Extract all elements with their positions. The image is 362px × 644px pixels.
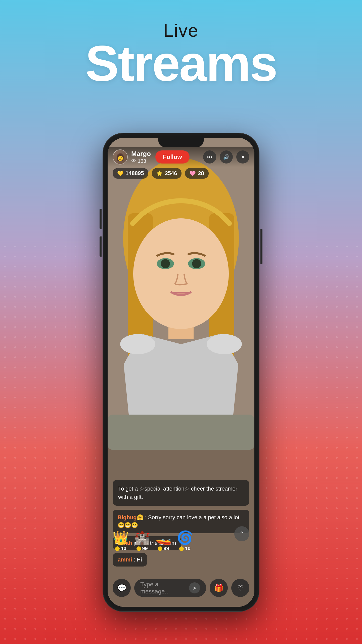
gift-item-1[interactable]: 👑 10	[113, 531, 129, 551]
message-input-area[interactable]: Type a message... ➤	[134, 579, 206, 597]
send-icon: ➤	[193, 585, 197, 591]
gifts-row: 👑 10 🏰 99 🚤	[108, 526, 254, 551]
chat-message-2: ammi : Hi	[113, 553, 147, 567]
gift-price-1: 10	[115, 546, 126, 551]
gift-rocket-icon: 🚤	[155, 531, 172, 544]
message-placeholder: Type a message...	[140, 581, 186, 595]
gift-item-2[interactable]: 🏰 99	[134, 531, 150, 551]
gift-item-3[interactable]: 🚤 99	[155, 531, 172, 551]
chevron-up-icon: ⌃	[239, 530, 244, 537]
streamer-info: Margo 👁 163	[131, 150, 151, 164]
gift-price-value-4: 10	[185, 546, 190, 551]
svg-point-7	[133, 218, 229, 329]
gift-icon: 🎁	[214, 584, 223, 592]
bottom-bar: 💬 Type a message... ➤ 🎁 ♡	[113, 577, 249, 599]
phone-screen: 👩 Margo 👁 163 Follow ••• 🔊	[108, 138, 254, 607]
sound-button[interactable]: 🔊	[220, 150, 233, 164]
close-button[interactable]: ✕	[236, 150, 249, 164]
more-options-button[interactable]: •••	[203, 150, 216, 164]
viewer-count-row: 👁 163	[131, 158, 151, 164]
gift-price-4: 10	[179, 546, 190, 551]
coin-2	[137, 546, 141, 551]
close-icon: ✕	[241, 154, 245, 160]
gift-item-4[interactable]: 🌀 10	[177, 531, 193, 551]
heart-button[interactable]: ♡	[231, 579, 249, 597]
coin-icon: 💛	[117, 170, 123, 176]
gift-price-value-3: 99	[163, 546, 169, 551]
heart-icon: ♡	[237, 584, 244, 592]
streams-label: Streams	[0, 38, 362, 89]
send-button[interactable]: ➤	[189, 582, 200, 593]
gift-sparkle-icon: 🌀	[177, 531, 193, 544]
stat-coins-value: 148895	[125, 170, 144, 177]
svg-point-11	[192, 259, 201, 268]
phone-notch	[158, 138, 204, 147]
avatar-emoji: 👩	[116, 153, 125, 161]
svg-point-13	[207, 334, 242, 354]
sound-icon: 🔊	[223, 154, 230, 160]
stats-bar: 💛 148895 ⭐ 2546 🩷 28	[113, 168, 209, 179]
chat-area: To get a ☆special attention☆ cheer the s…	[108, 480, 254, 567]
gift-price-3: 99	[158, 546, 169, 551]
chat-icon-button[interactable]: 💬	[113, 579, 131, 597]
svg-point-10	[161, 259, 170, 268]
follow-button[interactable]: Follow	[155, 150, 190, 164]
streamer-name: Margo	[131, 150, 151, 158]
header-area: Live Streams	[0, 20, 362, 89]
gift-crown-icon: 👑	[113, 531, 129, 544]
scroll-up-button[interactable]: ⌃	[234, 526, 249, 541]
attention-message: To get a ☆special attention☆ cheer the s…	[113, 480, 249, 506]
gift-price-value-1: 10	[121, 546, 126, 551]
heart-stat-icon: 🩷	[190, 170, 196, 176]
chat-username-1: Bighug🤗	[118, 514, 144, 520]
viewer-number: 163	[138, 158, 146, 164]
attention-text: To get a ☆special attention☆ cheer the s…	[118, 486, 237, 500]
coin-3	[158, 546, 162, 551]
eye-icon: 👁	[131, 158, 136, 164]
stat-hearts: 🩷 28	[185, 168, 208, 179]
svg-point-12	[120, 334, 155, 354]
top-actions: ••• 🔊 ✕	[203, 150, 249, 164]
coin-4	[179, 546, 184, 551]
stat-stars: ⭐ 2546	[152, 168, 182, 179]
coin-1	[115, 546, 120, 551]
chat-username-2: ammi	[118, 556, 132, 563]
phone-outer: 👩 Margo 👁 163 Follow ••• 🔊	[103, 133, 259, 611]
chat-bubble-icon: 💬	[117, 584, 126, 592]
chat-text-2: : Hi	[134, 556, 142, 563]
star-icon: ⭐	[156, 170, 163, 176]
top-bar: 👩 Margo 👁 163 Follow ••• 🔊	[108, 147, 254, 167]
stat-hearts-value: 28	[198, 170, 204, 177]
gift-castle-icon: 🏰	[134, 531, 150, 544]
phone-mockup: 👩 Margo 👁 163 Follow ••• 🔊	[103, 133, 259, 611]
gift-button[interactable]: 🎁	[210, 579, 228, 597]
gift-price-value-2: 99	[142, 546, 148, 551]
more-icon: •••	[207, 154, 212, 160]
gift-price-2: 99	[137, 546, 148, 551]
stat-coins: 💛 148895	[113, 168, 148, 179]
stat-stars-value: 2546	[165, 170, 177, 177]
svg-rect-2	[108, 415, 254, 450]
avatar[interactable]: 👩	[113, 149, 128, 165]
